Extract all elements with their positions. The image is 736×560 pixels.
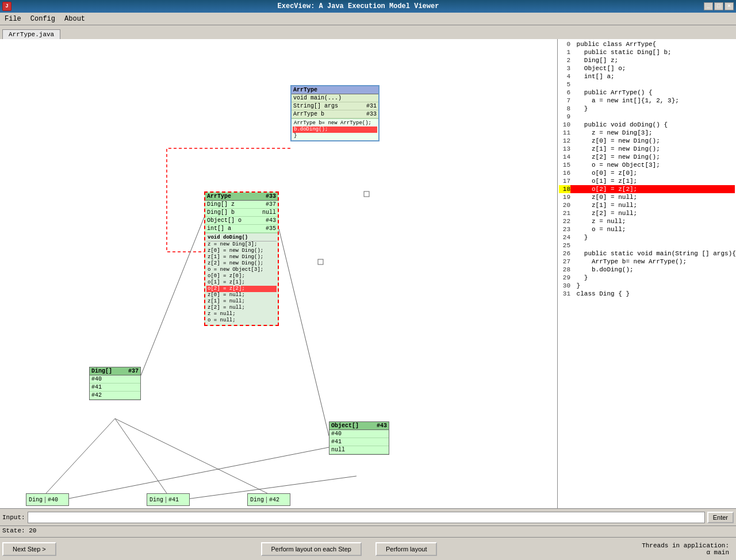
code-line-3: } (293, 133, 377, 139)
code-line-30: 30 } (559, 282, 735, 290)
menu-bar: File Config About (0, 13, 736, 25)
window-controls[interactable]: _ □ × (704, 2, 736, 10)
svg-line-3 (115, 419, 167, 493)
code-line-15: 15 o = new Object[3]; (559, 161, 735, 169)
tab-arrtype-java[interactable]: ArrType.java (2, 29, 60, 39)
bottom-bar: Next Step > Perform layout on each Step … (0, 537, 736, 560)
node-ding-arr: Ding[] #37 #40 #41 #42 (89, 367, 141, 400)
menu-file[interactable]: File (2, 14, 24, 24)
code-line-26: 26 public static void main(String [] arg… (559, 250, 735, 258)
code-line-11: 11 z = new Ding[3]; (559, 129, 735, 137)
code-line-16: 16 o[0] = z[0]; (559, 169, 735, 177)
node-inst-code: void doDing() z = new Ding[3]; z[0] = ne… (205, 233, 278, 325)
node-arrtype-b-row: ArrType b #33 (292, 110, 378, 118)
input-field[interactable] (28, 512, 705, 523)
code-line-19: 19 z[0] = null; (559, 193, 735, 201)
code-line-18: 18 o[2] = z[2]; (559, 185, 735, 193)
code-line-21: 21 z[2] = null; (559, 209, 735, 217)
svg-line-0 (141, 217, 204, 375)
tab-bar: ArrType.java (0, 25, 736, 39)
app-icon: J (2, 2, 12, 11)
window-title: ExecView: A Java Execution Model Viewer (13, 2, 704, 10)
canvas-area[interactable]: ArrType void main(...) String[] args #31… (0, 39, 558, 508)
code-line-31: 31 class Ding { } (559, 290, 735, 298)
svg-line-2 (46, 419, 115, 493)
svg-line-1 (279, 229, 329, 436)
node-ding42: Ding #42 (247, 493, 290, 506)
svg-rect-8 (318, 259, 323, 264)
node-arrtype-top: ArrType void main(...) String[] args #31… (290, 85, 379, 141)
enter-button[interactable]: Enter (707, 512, 734, 523)
node-arrtype-code-block: ArrType b= new ArrType(); b.doDing(); } (292, 118, 378, 140)
threads-label: Threads in application: (642, 542, 729, 549)
input-area: Input: Enter (0, 508, 736, 526)
input-label: Input: (2, 514, 25, 521)
code-line-6: 6 public ArrType() { (559, 89, 735, 97)
title-bar: J ExecView: A Java Execution Model Viewe… (0, 0, 736, 13)
code-line-17: 17 o[1] = z[1]; (559, 177, 735, 185)
code-line-22: 22 z = null; (559, 217, 735, 225)
node-arrtype-inst-header: ArrType #33 (205, 193, 278, 201)
layout-button[interactable]: Perform layout (375, 542, 438, 556)
code-line-29: 29 } (559, 274, 735, 282)
code-line-0: 0 public class ArrType{ (559, 40, 735, 48)
close-button[interactable]: × (724, 2, 734, 10)
code-line-2: b.doDing(); (293, 126, 377, 133)
main-content: ArrType void main(...) String[] args #31… (0, 39, 736, 508)
code-panel: 0 public class ArrType{1 public static D… (558, 39, 736, 508)
node-ding40: Ding #40 (26, 493, 69, 506)
node-arrtype-args-row: String[] args #31 (292, 102, 378, 110)
code-line-13: 13 z[1] = new Ding(); (559, 145, 735, 153)
code-line-27: 27 ArrType b= new ArrType(); (559, 258, 735, 266)
state-bar: State: 20 (0, 526, 736, 537)
code-line-2: 2 Ding[] z; (559, 56, 735, 64)
code-line-3: 3 Object[] o; (559, 64, 735, 72)
code-line-4: 4 int[] a; (559, 72, 735, 80)
code-line-24: 24 } (559, 233, 735, 241)
code-line-14: 14 z[2] = new Ding(); (559, 153, 735, 161)
code-line-23: 23 o = null; (559, 225, 735, 233)
menu-about[interactable]: About (62, 14, 87, 24)
code-line-1: ArrType b= new ArrType(); (293, 120, 377, 126)
node-arrtype-inst: ArrType #33 Ding[] z #37 Ding[] b null O… (204, 191, 279, 326)
threads-info: Threads in application: α main (642, 542, 734, 556)
state-label: State: 20 (2, 527, 36, 534)
code-line-1: 1 public static Ding[] b; (559, 48, 735, 56)
node-arrtype-top-header: ArrType (292, 86, 378, 94)
maximize-button[interactable]: □ (714, 2, 723, 10)
minimize-button[interactable]: _ (704, 2, 713, 10)
code-line-20: 20 z[1] = null; (559, 201, 735, 209)
node-arrtype-main-row: void main(...) (292, 94, 378, 102)
svg-line-5 (66, 447, 329, 499)
next-step-button[interactable]: Next Step > (2, 542, 56, 556)
code-line-12: 12 z[0] = new Ding(); (559, 137, 735, 145)
threads-list: α main (642, 549, 729, 556)
code-line-28: 28 b.doDing(); (559, 266, 735, 274)
node-arrtype-top-title: ArrType (293, 87, 317, 93)
code-line-10: 10 public void doDing() { (559, 121, 735, 129)
code-line-5: 5 (559, 80, 735, 89)
node-ding41: Ding #41 (147, 493, 190, 506)
node-obj-arr: Object[] #43 #40 #41 null (329, 421, 389, 455)
code-line-7: 7 a = new int[]{1, 2, 3}; (559, 97, 735, 105)
layout-each-button[interactable]: Perform layout on each Step (261, 542, 362, 556)
code-line-9: 9 (559, 113, 735, 121)
code-lines: 0 public class ArrType{1 public static D… (559, 40, 735, 298)
menu-config[interactable]: Config (28, 14, 57, 24)
svg-rect-7 (364, 191, 369, 197)
code-line-25: 25 (559, 241, 735, 250)
svg-line-4 (115, 419, 267, 493)
code-line-8: 8 } (559, 105, 735, 113)
